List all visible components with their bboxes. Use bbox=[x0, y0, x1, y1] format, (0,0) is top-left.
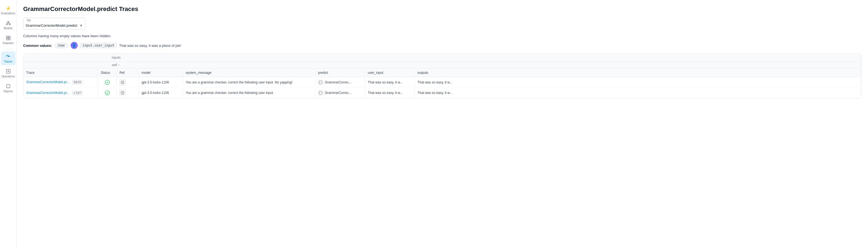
evaluations-icon: ⚡ bbox=[5, 5, 11, 11]
traces-icon bbox=[5, 54, 11, 59]
sidebar-item-operations[interactable]: Operations bbox=[1, 66, 16, 80]
ref-cell-1 bbox=[117, 78, 139, 87]
common-values-bar: Common values: User 👤 input.user_input T… bbox=[23, 42, 861, 51]
traces-table: inputs self < Trace Status Ref model sys… bbox=[23, 54, 861, 98]
content-area: GrammarCorrectorModel.predict Traces Op … bbox=[17, 0, 868, 249]
status-cell-1 bbox=[98, 78, 117, 86]
common-values-label: Common values: bbox=[23, 43, 52, 48]
outputs-cell-2: That was so easy, it w... bbox=[415, 89, 861, 97]
col-header-predict[interactable]: predict bbox=[315, 69, 365, 76]
svg-point-9 bbox=[8, 56, 9, 57]
page-title: GrammarCorrectorModel.predict Traces bbox=[23, 5, 861, 13]
sidebar-item-label: Traces bbox=[4, 60, 12, 63]
trace-badge-2: c7d7 bbox=[72, 91, 83, 95]
objects-icon bbox=[5, 83, 11, 89]
col-header-ref[interactable]: Ref bbox=[117, 69, 139, 76]
main-content: GrammarCorrectorModel.predict Traces Op … bbox=[17, 0, 868, 249]
svg-rect-11 bbox=[7, 84, 10, 88]
user-input-cell-1: That was so easy, it w... bbox=[365, 79, 415, 86]
model-cell-2: gpt-3.5-turbo-1106 bbox=[139, 89, 183, 97]
status-success-icon-2 bbox=[101, 90, 114, 95]
sidebar-item-label: Models bbox=[4, 27, 12, 30]
sidebar-item-evaluations[interactable]: ⚡ Evaluations bbox=[1, 3, 16, 17]
inputs-label: inputs bbox=[108, 54, 861, 62]
trace-cell-2: GrammarCorrectorModel.pr... c7d7 bbox=[24, 89, 98, 97]
sidebar-item-datasets[interactable]: Datasets bbox=[1, 33, 16, 47]
trace-badge-1: 6839 bbox=[72, 80, 83, 84]
sidebar-item-label: Objects bbox=[4, 90, 13, 93]
system-message-cell-2: You are a grammar checker, correct the f… bbox=[183, 89, 315, 97]
svg-rect-8 bbox=[8, 38, 10, 40]
op-label: Op bbox=[26, 19, 83, 22]
cv-text-value: That was so easy, it was a piece of pie! bbox=[119, 43, 181, 48]
col-header-outputs[interactable]: outputs bbox=[415, 69, 861, 76]
sidebar-item-models[interactable]: Models bbox=[1, 18, 16, 32]
ref-cell-2 bbox=[117, 88, 139, 98]
table-row: GrammarCorrectorModel.pr... 6839 gpt-3.5… bbox=[24, 77, 861, 87]
predict-text-1: GrammarCorrec... bbox=[325, 80, 351, 84]
svg-rect-7 bbox=[6, 38, 8, 40]
svg-point-1 bbox=[6, 24, 7, 25]
status-success-icon-1 bbox=[101, 80, 114, 85]
svg-rect-5 bbox=[6, 36, 8, 38]
predict-box-icon-2 bbox=[318, 90, 323, 95]
svg-rect-6 bbox=[8, 36, 10, 38]
sidebar-item-label: Operations bbox=[1, 75, 15, 78]
sidebar: ⚡ Evaluations Models Datasets Traces Ope… bbox=[0, 0, 17, 249]
datasets-icon bbox=[5, 35, 11, 41]
cv-avatar: 👤 bbox=[71, 42, 78, 49]
outputs-cell-1: That was so easy, it w... bbox=[415, 79, 861, 86]
svg-line-4 bbox=[8, 23, 10, 24]
op-selector-dropdown[interactable]: GrammarCorrectorModel.predict ▼ bbox=[26, 22, 83, 28]
svg-rect-17 bbox=[319, 92, 322, 94]
trace-link-2[interactable]: GrammarCorrectorModel.pr... bbox=[26, 91, 69, 95]
operations-icon bbox=[5, 69, 11, 74]
trace-cell-1: GrammarCorrectorModel.pr... 6839 bbox=[24, 78, 98, 86]
chevron-down-icon: ▼ bbox=[80, 24, 83, 28]
cv-input-path[interactable]: input.user_input bbox=[80, 43, 117, 48]
table-row: GrammarCorrectorModel.pr... c7d7 gpt-3.5… bbox=[24, 87, 861, 98]
collapse-icon[interactable]: < bbox=[118, 63, 120, 66]
col-header-status[interactable]: Status bbox=[98, 69, 117, 76]
col-header-user-input[interactable]: user_input bbox=[365, 69, 415, 76]
predict-cell-2: GrammarCorrec... bbox=[315, 89, 365, 97]
col-header-model[interactable]: model bbox=[139, 69, 183, 76]
predict-box-icon-1 bbox=[318, 80, 323, 85]
op-value: GrammarCorrectorModel.predict bbox=[26, 24, 77, 28]
col-header-trace[interactable]: Trace bbox=[24, 69, 98, 76]
cv-user-badge[interactable]: User bbox=[54, 43, 68, 48]
op-selector-wrapper: Op GrammarCorrectorModel.predict ▼ bbox=[23, 17, 861, 30]
self-header-row: self < bbox=[24, 62, 861, 68]
inputs-header-row: inputs bbox=[24, 54, 861, 62]
self-label: self < bbox=[108, 63, 861, 68]
info-message: Columns having many empty values have be… bbox=[23, 34, 861, 38]
sidebar-item-objects[interactable]: Objects bbox=[1, 81, 16, 95]
op-selector-box: Op GrammarCorrectorModel.predict ▼ bbox=[23, 17, 85, 30]
model-cell-1: gpt-3.5-turbo-1106 bbox=[139, 79, 183, 86]
svg-point-0 bbox=[7, 22, 9, 23]
ref-box-icon-1 bbox=[120, 79, 126, 85]
sidebar-item-label: Evaluations bbox=[1, 12, 16, 15]
svg-point-12 bbox=[105, 80, 110, 84]
sidebar-item-label: Datasets bbox=[3, 42, 13, 45]
models-icon bbox=[5, 21, 11, 26]
svg-point-15 bbox=[105, 91, 110, 95]
svg-rect-14 bbox=[319, 81, 322, 84]
col-header-system-message[interactable]: system_message bbox=[183, 69, 315, 76]
user-input-cell-2: That was so easy, it w... bbox=[365, 89, 415, 97]
svg-point-2 bbox=[9, 24, 10, 25]
trace-link-1[interactable]: GrammarCorrectorModel.pr... bbox=[26, 80, 69, 84]
ref-box-icon-2 bbox=[120, 90, 126, 96]
predict-text-2: GrammarCorrec... bbox=[325, 91, 351, 95]
sidebar-divider bbox=[3, 49, 13, 49]
svg-line-3 bbox=[7, 23, 8, 24]
table-sub-header: inputs self < bbox=[24, 54, 861, 68]
sidebar-item-traces[interactable]: Traces bbox=[1, 51, 16, 65]
status-cell-2 bbox=[98, 89, 117, 97]
predict-cell-1: GrammarCorrec... bbox=[315, 78, 365, 86]
system-message-cell-1: You are a grammar checker, correct the f… bbox=[183, 79, 315, 86]
column-header-row: Trace Status Ref model system_message pr… bbox=[24, 68, 861, 77]
